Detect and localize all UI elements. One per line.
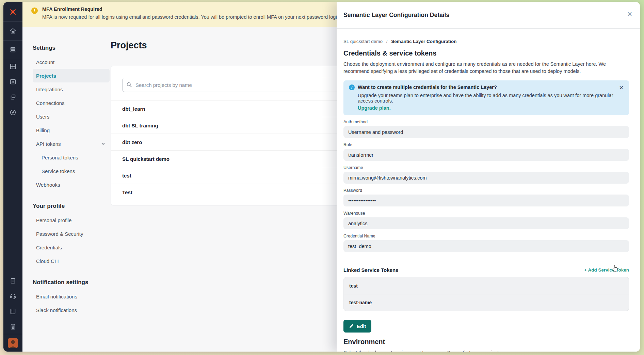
project-row[interactable]: test xyxy=(111,167,360,184)
breadcrumb: SL quickstart demo / Semantic Layer Conf… xyxy=(343,39,629,44)
warning-icon: ! xyxy=(31,7,38,14)
panel-title: Semantic Layer Configuration Details xyxy=(343,12,449,19)
breadcrumb-parent[interactable]: SL quickstart demo xyxy=(343,39,383,44)
nav-item-users[interactable]: Users xyxy=(33,110,110,123)
role-input[interactable] xyxy=(343,149,629,161)
nav-item-api-tokens[interactable]: API tokens xyxy=(33,137,110,151)
rail-spacer xyxy=(3,120,22,274)
icon-rail xyxy=(3,2,22,352)
auth-method-input[interactable] xyxy=(343,126,629,138)
info-icon: i xyxy=(349,84,355,90)
infobox-body: Upgrade your teams plan to enterprise an… xyxy=(349,93,624,104)
nav-item-integrations[interactable]: Integrations xyxy=(33,82,110,96)
field-label: Role xyxy=(343,142,629,147)
page-title: Projects xyxy=(111,40,363,51)
add-service-token-button[interactable]: + Add Service Token xyxy=(584,267,629,273)
organization-icon[interactable] xyxy=(9,323,17,330)
search-input[interactable] xyxy=(122,78,349,92)
avatar-person-icon xyxy=(8,338,18,348)
project-search xyxy=(122,78,349,92)
field-password: Password xyxy=(343,188,629,206)
tokens-list: test test-name xyxy=(343,277,629,311)
upgrade-plan-link[interactable]: Upgrade plan. xyxy=(349,105,624,111)
project-row[interactable]: SL quickstart demo xyxy=(111,150,360,167)
nav-item-cloud-cli[interactable]: Cloud CLI xyxy=(33,254,110,268)
infobox-close-icon[interactable]: ✕ xyxy=(619,84,624,91)
edit-button-label: Edit xyxy=(357,324,366,329)
deploy-icon xyxy=(9,46,17,53)
panel-header: Semantic Layer Configuration Details ✕ xyxy=(337,2,640,29)
password-input[interactable] xyxy=(343,195,629,206)
field-credential-name: Credential Name xyxy=(343,234,629,252)
field-label: Warehouse xyxy=(343,211,629,216)
docs-book-icon[interactable] xyxy=(9,308,17,315)
token-row[interactable]: test-name xyxy=(344,294,629,311)
nav-header-settings: Settings xyxy=(33,41,110,55)
field-warehouse: Warehouse xyxy=(343,211,629,229)
edit-button[interactable]: Edit xyxy=(343,320,371,333)
chevron-down-icon xyxy=(101,141,106,146)
token-row[interactable]: test xyxy=(344,277,629,294)
section-description: Choose the deployment environment and co… xyxy=(343,61,629,75)
nav-item-billing[interactable]: Billing xyxy=(33,123,110,137)
nav-item-service-tokens[interactable]: Service tokens xyxy=(33,164,110,178)
field-username: Username xyxy=(343,165,629,184)
breadcrumb-current: Semantic Layer Configuration xyxy=(391,39,456,44)
field-label: Password xyxy=(343,188,629,193)
nav-item-personal-tokens[interactable]: Personal tokens xyxy=(33,151,110,164)
avatar xyxy=(8,338,18,348)
dbt-logo[interactable] xyxy=(3,2,22,22)
breadcrumb-divider: / xyxy=(386,39,388,44)
nav-item-password-security[interactable]: Password & Security xyxy=(33,227,110,241)
nav-header-notification-settings: Notification settings xyxy=(33,275,110,290)
linked-tokens-header: Linked Service Tokens + Add Service Toke… xyxy=(343,267,629,273)
nav-item-slack-notifications[interactable]: Slack notifications xyxy=(33,303,110,317)
panel-body: SL quickstart demo / Semantic Layer Conf… xyxy=(337,29,640,352)
notes-icon[interactable] xyxy=(9,277,17,284)
rail-middle-group xyxy=(3,59,22,120)
close-icon[interactable]: ✕ xyxy=(627,11,632,17)
support-headset-icon[interactable] xyxy=(9,292,17,300)
field-label: Auth method xyxy=(343,120,629,124)
settings-nav: Settings Account Projects Integrations C… xyxy=(33,41,110,317)
warehouse-input[interactable] xyxy=(343,217,629,229)
username-input[interactable] xyxy=(343,172,629,184)
field-role: Role xyxy=(343,142,629,161)
field-label: Credential Name xyxy=(343,234,629,238)
projects-card: dbt_learn dbt SL training dbt zero SL qu… xyxy=(111,66,361,205)
field-auth-method: Auth method xyxy=(343,120,629,138)
environment-description: Select the deployment environment to run… xyxy=(343,350,629,352)
explore-icon[interactable] xyxy=(9,109,17,116)
project-row[interactable]: dbt zero xyxy=(111,134,360,150)
user-menu[interactable] xyxy=(3,334,22,352)
home-icon xyxy=(9,27,17,35)
pencil-icon xyxy=(349,324,354,329)
app-window: ! MFA Enrollment Required MFA is now req… xyxy=(3,2,640,352)
branch-icon[interactable] xyxy=(9,93,17,101)
project-row[interactable]: dbt_learn xyxy=(111,100,360,117)
credential-name-input[interactable] xyxy=(343,240,629,252)
nav-item-webhooks[interactable]: Webhooks xyxy=(33,178,110,191)
projects-page: Projects dbt_learn dbt SL training dbt z… xyxy=(111,40,363,205)
nav-item-email-notifications[interactable]: Email notifications xyxy=(33,290,110,303)
project-row[interactable]: dbt SL training xyxy=(111,117,360,134)
nav-item-credentials[interactable]: Credentials xyxy=(33,241,110,254)
nav-item-connections[interactable]: Connections xyxy=(33,96,110,110)
deploy-nav[interactable] xyxy=(3,41,22,59)
nav-item-account[interactable]: Account xyxy=(33,55,110,69)
dashboard-icon[interactable] xyxy=(9,63,17,70)
environment-title: Environment xyxy=(343,338,629,346)
dbt-logo-icon xyxy=(9,7,17,16)
field-label: Username xyxy=(343,165,629,170)
nav-header-your-profile: Your profile xyxy=(33,199,110,213)
infobox-title-text: Want to create multiple credentials for … xyxy=(358,84,497,90)
nav-item-projects[interactable]: Projects xyxy=(33,69,110,82)
project-row[interactable]: Test xyxy=(111,184,360,200)
section-title: Credentials & service tokens xyxy=(343,49,629,57)
nav-item-api-tokens-label: API tokens xyxy=(36,141,61,147)
nav-item-personal-profile[interactable]: Personal profile xyxy=(33,213,110,227)
develop-icon[interactable] xyxy=(9,78,17,86)
infobox-title: i Want to create multiple credentials fo… xyxy=(349,84,624,90)
home-nav[interactable] xyxy=(3,22,22,41)
upgrade-infobox: i Want to create multiple credentials fo… xyxy=(343,80,629,115)
